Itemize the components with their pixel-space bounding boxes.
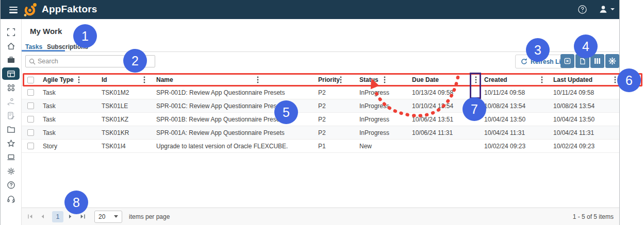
pdf-export-icon (579, 58, 586, 65)
sidebar-item-help[interactable] (2, 179, 20, 191)
star-icon (7, 139, 15, 148)
sidebar-item-folder[interactable] (2, 123, 20, 135)
tab-tasks[interactable]: Tasks (25, 43, 42, 50)
row-checkbox[interactable] (27, 89, 34, 96)
prev-page-button[interactable] (38, 211, 47, 222)
sidebar-item-support[interactable] (2, 193, 20, 205)
row-checkbox[interactable] (27, 143, 34, 149)
first-page-icon (27, 214, 33, 219)
cell-due-date: 10/06/24 11:31 (409, 126, 481, 139)
first-page-button[interactable] (25, 211, 35, 222)
sidebar-item-grid[interactable] (2, 67, 20, 80)
menu-icon[interactable] (9, 7, 18, 15)
sidebar-item-checklist[interactable] (2, 109, 20, 122)
annotation-badge-1: 1 (73, 24, 97, 48)
cell-last-updated: 10/04/24 11:31 (550, 126, 619, 139)
cell-last-updated: 10/11/24 09:58 (550, 86, 619, 99)
cell-id: TSK01I4 (98, 140, 153, 152)
topbar: AppFaktors (1, 0, 619, 19)
cell-created: 10/11/24 09:58 (481, 86, 550, 99)
export-excel-button[interactable] (560, 54, 574, 68)
row-checkbox[interactable] (27, 129, 34, 136)
cell-priority: P2 (315, 126, 356, 139)
page-range-label: 1 - 5 of 5 items (573, 213, 614, 220)
app-title: AppFaktors (42, 4, 97, 15)
page-size-value: 20 (98, 213, 105, 220)
apps-icon (7, 83, 15, 92)
folder-icon (7, 125, 15, 134)
sidebar-item-favorites[interactable] (2, 137, 20, 149)
app-logo-icon (23, 2, 37, 20)
excel-export-icon (564, 57, 571, 65)
table-row[interactable]: Task TSK01LE SPR-001C: Review App Questi… (22, 99, 619, 113)
sidebar (1, 19, 22, 225)
sidebar-item-settings[interactable] (2, 165, 20, 177)
cell-last-updated: 10/02/24 09:23 (550, 140, 619, 152)
page-1-button[interactable]: 1 (52, 211, 63, 222)
sidebar-item-devices[interactable] (2, 151, 20, 163)
headset-icon (7, 195, 15, 203)
annotation-badge-6: 6 (617, 68, 641, 92)
cell-agile-type: Task (40, 113, 98, 126)
user-icon (599, 5, 608, 14)
cell-id: TSK01LE (98, 99, 153, 112)
items-per-page-label: items per page (129, 213, 170, 220)
cell-name: SPR-001A: Review App Questionnaire Prese… (153, 126, 315, 139)
cell-agile-type: Task (40, 99, 98, 112)
cell-created: 10/04/24 13:50 (481, 113, 550, 126)
cell-created: 10/04/24 11:31 (481, 126, 550, 139)
annotation-badge-8: 8 (64, 191, 88, 214)
cell-name: Upgrade to latest version of Oracle FLEX… (153, 140, 315, 152)
cell-id: TSK01KZ (98, 113, 153, 126)
grid-settings-button[interactable] (605, 54, 619, 68)
briefcase-icon (7, 56, 15, 64)
sidebar-item-apps[interactable] (2, 81, 20, 94)
page-size-select[interactable]: 20 (94, 211, 122, 223)
dropdown-caret-icon (114, 215, 118, 218)
sidebar-item-home[interactable] (2, 40, 20, 52)
cell-name: SPR-001D: Review App Questionnaire Prese… (153, 86, 315, 99)
expand-icon (7, 28, 15, 37)
prev-page-icon (40, 214, 45, 219)
last-page-icon (80, 214, 86, 219)
cell-status: New (356, 140, 409, 152)
sidebar-item-expand[interactable] (2, 26, 20, 38)
annotation-badge-5: 5 (274, 100, 298, 124)
cell-agile-type: Story (40, 140, 98, 152)
cell-last-updated: 10/04/24 13:50 (550, 113, 619, 126)
sidebar-item-services[interactable] (2, 95, 20, 108)
table-row[interactable]: Task TSK01KR SPR-001A: Review App Questi… (22, 126, 619, 140)
cell-created: 10/08/24 13:54 (481, 99, 550, 112)
row-checkbox[interactable] (27, 102, 34, 109)
home-icon (7, 42, 15, 50)
annotation-badge-2: 2 (123, 49, 147, 73)
cell-priority: P1 (315, 140, 356, 152)
user-menu[interactable] (599, 5, 615, 14)
annotation-badge-3: 3 (526, 38, 550, 62)
help-icon[interactable] (577, 5, 587, 16)
pagination-bar: 1 20 items per page 1 - 5 of 5 items (22, 207, 619, 225)
grid-icon (7, 70, 15, 78)
help-icon (7, 181, 15, 189)
settings-icon (608, 57, 616, 65)
cell-id: TSK01KR (98, 126, 153, 139)
chevron-down-icon (610, 8, 615, 10)
sidebar-item-briefcase[interactable] (2, 54, 20, 66)
checklist-icon (7, 111, 15, 120)
cell-agile-type: Task (40, 126, 98, 139)
columns-button[interactable] (590, 54, 604, 68)
table-row[interactable]: Story TSK01I4 Upgrade to latest version … (22, 140, 619, 153)
page-title: My Work (30, 27, 62, 36)
annotation-arrow-to-status (330, 72, 464, 124)
table-row[interactable]: Task TSK01KZ SPR-001B: Review App Questi… (22, 113, 619, 126)
cell-last-updated: 10/08/24 13:54 (550, 99, 619, 112)
screen: AppFaktors (0, 0, 644, 225)
table-row[interactable]: Task TSK01M2 SPR-001D: Review App Questi… (22, 86, 619, 99)
gear-icon (7, 167, 15, 176)
row-checkbox[interactable] (27, 116, 34, 123)
columns-icon (594, 58, 601, 64)
cell-created: 10/02/24 09:23 (481, 140, 550, 152)
search-icon (29, 58, 36, 65)
refresh-icon (521, 58, 527, 65)
annotation-column-menu-highlight (470, 73, 481, 99)
